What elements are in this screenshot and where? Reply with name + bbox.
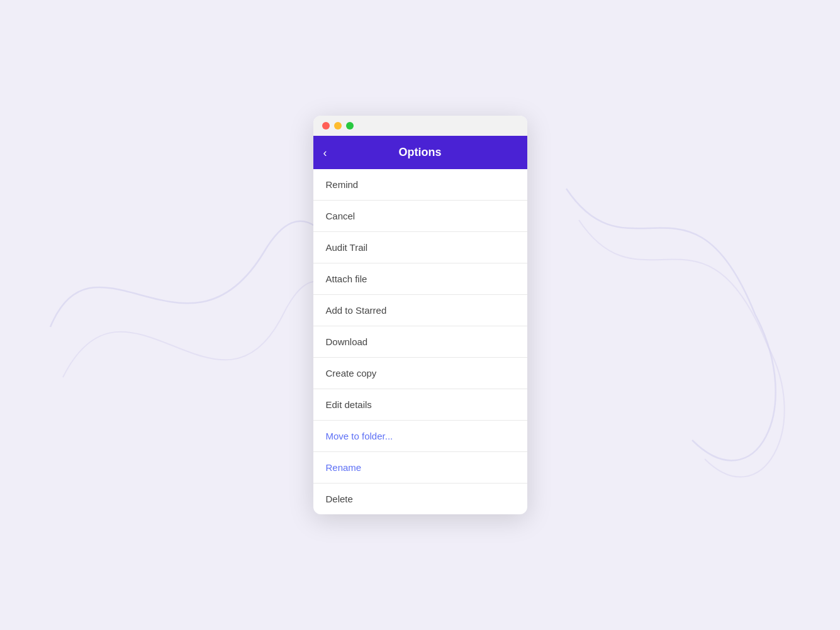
title-bar [313, 116, 527, 136]
menu-item-remind[interactable]: Remind [313, 169, 527, 201]
menu-list: Remind Cancel Audit Trail Attach file Ad… [313, 169, 527, 514]
back-button[interactable]: ‹ [323, 147, 327, 158]
menu-item-rename[interactable]: Rename [313, 452, 527, 484]
menu-item-add-to-starred[interactable]: Add to Starred [313, 295, 527, 326]
minimize-button[interactable] [334, 122, 342, 130]
close-button[interactable] [322, 122, 330, 130]
menu-item-download[interactable]: Download [313, 326, 527, 358]
menu-item-cancel[interactable]: Cancel [313, 201, 527, 232]
menu-item-delete[interactable]: Delete [313, 484, 527, 514]
menu-item-audit-trail[interactable]: Audit Trail [313, 232, 527, 263]
header-title: Options [326, 146, 515, 159]
menu-item-move-to-folder[interactable]: Move to folder... [313, 421, 527, 452]
menu-item-edit-details[interactable]: Edit details [313, 389, 527, 421]
header: ‹ Options [313, 136, 527, 169]
maximize-button[interactable] [346, 122, 354, 130]
menu-item-create-copy[interactable]: Create copy [313, 358, 527, 389]
options-window: ‹ Options Remind Cancel Audit Trail Atta… [313, 116, 527, 514]
menu-item-attach-file[interactable]: Attach file [313, 263, 527, 295]
